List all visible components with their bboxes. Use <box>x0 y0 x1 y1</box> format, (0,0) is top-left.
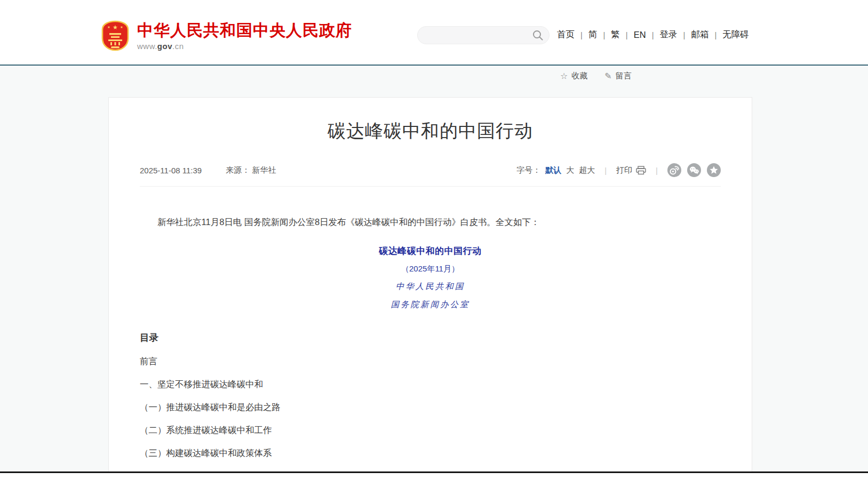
site-url-suffix: .cn <box>172 42 184 51</box>
nav-accessibility[interactable]: 无障碍 <box>722 29 749 41</box>
nav-home[interactable]: 首页 <box>557 29 575 41</box>
doc-title: 碳达峰碳中和的中国行动 <box>140 245 721 257</box>
doc-date: （2025年11月） <box>140 264 721 274</box>
article-panel: 碳达峰碳中和的中国行动 2025-11-08 11:39 来源： 新华社 字号：… <box>108 97 752 473</box>
site-url: www.gov.cn <box>137 42 352 51</box>
search-box <box>417 26 550 44</box>
source-name: 新华社 <box>252 165 276 174</box>
source-label: 来源： <box>226 165 250 174</box>
source: 来源： 新华社 <box>226 165 276 175</box>
meta-separator: | <box>604 166 607 175</box>
nav-separator: | <box>683 30 686 39</box>
nav-english[interactable]: EN <box>634 30 646 40</box>
pen-icon: ✎ <box>604 71 611 81</box>
toc-item-1-1: （一）推进碳达峰碳中和是必由之路 <box>140 401 721 413</box>
site-header: ★ ★ ★ 中华人民共和国中央人民政府 www.gov.cn <box>0 0 868 66</box>
intro-paragraph: 新华社北京11月8日电 国务院新闻办公室8日发布《碳达峰碳中和的中国行动》白皮书… <box>140 215 721 229</box>
comment-link[interactable]: ✎ 留言 <box>604 71 631 81</box>
article-title: 碳达峰碳中和的中国行动 <box>140 119 721 143</box>
comment-label: 留言 <box>616 71 632 81</box>
nav-separator: | <box>603 30 605 39</box>
meta-separator: | <box>656 166 658 175</box>
nav-login[interactable]: 登录 <box>660 29 678 41</box>
doc-org-country: 中华人民共和国 <box>140 281 721 292</box>
share-group <box>667 163 721 177</box>
nav-separator: | <box>652 30 654 39</box>
top-nav: 首页| 简| 繁| EN| 登录| 邮箱| 无障碍 <box>557 29 749 41</box>
article-meta-row: 2025-11-08 11:39 来源： 新华社 字号： 默认 大 超大 | 打… <box>140 163 721 187</box>
fontsize-label: 字号： <box>516 165 540 175</box>
favorite-link[interactable]: ☆ 收藏 <box>560 71 587 81</box>
fontsize-default[interactable]: 默认 <box>545 165 561 175</box>
quick-actions: ☆ 收藏 ✎ 留言 <box>560 71 632 81</box>
site-url-prefix: www. <box>137 42 157 51</box>
svg-text:★: ★ <box>120 26 123 29</box>
favorite-label: 收藏 <box>571 71 587 81</box>
svg-text:★: ★ <box>113 24 118 30</box>
weibo-share-icon[interactable] <box>667 163 681 177</box>
nav-traditional[interactable]: 繁 <box>611 29 620 41</box>
favorite-share-icon[interactable] <box>707 163 721 177</box>
fontsize-large[interactable]: 大 <box>566 165 574 175</box>
meta-right: 字号： 默认 大 超大 | 打印 | <box>516 163 721 177</box>
doc-org-office: 国务院新闻办公室 <box>140 299 721 310</box>
site-brand[interactable]: ★ ★ ★ 中华人民共和国中央人民政府 www.gov.cn <box>101 20 352 51</box>
meta-left: 2025-11-08 11:39 来源： 新华社 <box>140 165 276 175</box>
print-button[interactable]: 打印 <box>616 165 646 175</box>
wechat-share-icon[interactable] <box>687 163 701 177</box>
toc-item-preface: 前言 <box>140 355 721 367</box>
page-body: ☆ 收藏 ✎ 留言 碳达峰碳中和的中国行动 2025-11-08 11:39 来… <box>0 67 868 473</box>
nav-mail[interactable]: 邮箱 <box>691 29 708 41</box>
national-emblem-logo: ★ ★ ★ <box>101 20 129 51</box>
toc-item-1-3: （三）构建碳达峰碳中和政策体系 <box>140 447 721 459</box>
printer-icon <box>636 166 646 175</box>
site-url-gov: gov <box>157 42 172 51</box>
toc-title: 目录 <box>140 331 721 344</box>
toc-item-1-2: （二）系统推进碳达峰碳中和工作 <box>140 424 721 436</box>
publish-date: 2025-11-08 11:39 <box>140 166 202 175</box>
footer-divider <box>0 471 868 473</box>
gov-cn-article-page: ★ ★ ★ 中华人民共和国中央人民政府 www.gov.cn <box>0 0 868 488</box>
brand-text: 中华人民共和国中央人民政府 www.gov.cn <box>137 21 352 51</box>
search-input[interactable] <box>418 27 549 44</box>
nav-separator: | <box>580 30 583 39</box>
fontsize-xlarge[interactable]: 超大 <box>579 165 595 175</box>
star-outline-icon: ☆ <box>560 71 568 81</box>
nav-simplified[interactable]: 简 <box>588 29 598 41</box>
nav-separator: | <box>714 30 716 39</box>
toc-item-1: 一、坚定不移推进碳达峰碳中和 <box>140 378 721 390</box>
svg-text:★: ★ <box>107 26 110 29</box>
nav-separator: | <box>626 30 628 39</box>
search-icon[interactable] <box>532 29 544 41</box>
print-label: 打印 <box>616 165 632 175</box>
site-title: 中华人民共和国中央人民政府 <box>137 21 352 39</box>
